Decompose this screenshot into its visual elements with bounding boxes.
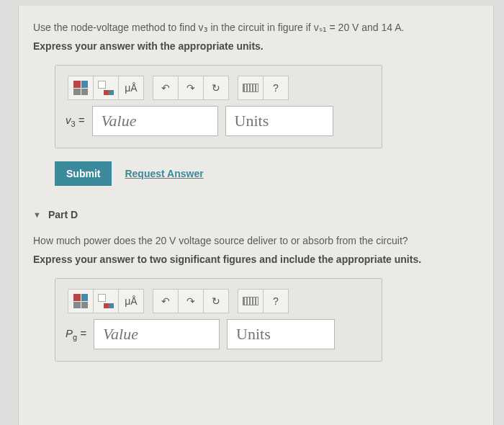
template-icon	[73, 81, 88, 95]
partD-question: How much power does the 20 V voltage sou…	[33, 233, 479, 249]
help-button[interactable]: ?	[263, 76, 289, 100]
partD-toolbar: μÅ ↶ ↷ ↻ ?	[68, 289, 372, 313]
keyboard-icon	[243, 297, 258, 305]
template-picker-button[interactable]	[68, 289, 94, 313]
keyboard-button[interactable]	[238, 76, 264, 100]
partC-var-label: v3 =	[66, 114, 85, 128]
reset-button[interactable]: ↻	[203, 289, 229, 313]
partC-submit-row: Submit Request Answer	[55, 161, 479, 186]
redo-button[interactable]: ↷	[178, 289, 204, 313]
units-button[interactable]: μÅ	[118, 76, 144, 100]
value-input[interactable]	[94, 319, 220, 349]
units-input[interactable]	[227, 319, 335, 349]
value-input[interactable]	[92, 106, 218, 136]
partD-header[interactable]: ▼ Part D	[33, 209, 479, 220]
subscript-button[interactable]	[93, 76, 119, 100]
partC-input-row: v3 =	[66, 106, 372, 136]
units-input[interactable]	[225, 106, 333, 136]
partC-toolbar: μÅ ↶ ↷ ↻ ?	[68, 76, 372, 100]
undo-button[interactable]: ↶	[153, 76, 179, 100]
subscript-icon	[98, 294, 114, 308]
keyboard-button[interactable]	[238, 289, 264, 313]
subscript-icon	[98, 81, 114, 95]
page-container: Use the node-voltage method to find v₃ i…	[18, 6, 494, 425]
request-answer-link[interactable]: Request Answer	[125, 168, 203, 179]
partD-answer-box: μÅ ↶ ↷ ↻ ? Pg =	[55, 278, 382, 362]
partD-input-row: Pg =	[66, 319, 372, 349]
subscript-button[interactable]	[93, 289, 119, 313]
partD-title: Part D	[48, 209, 78, 220]
redo-button[interactable]: ↷	[178, 76, 204, 100]
help-button[interactable]: ?	[263, 289, 289, 313]
units-button[interactable]: μÅ	[118, 289, 144, 313]
reset-button[interactable]: ↻	[203, 76, 229, 100]
submit-button[interactable]: Submit	[55, 161, 112, 186]
partD-instruction: Express your answer to two significant f…	[33, 252, 479, 267]
partC-question: Use the node-voltage method to find v₃ i…	[33, 20, 479, 35]
template-picker-button[interactable]	[68, 76, 94, 100]
partC-instruction: Express your answer with the appropriate…	[33, 39, 479, 54]
partC-answer-box: μÅ ↶ ↷ ↻ ? v3 =	[55, 65, 382, 148]
caret-down-icon: ▼	[33, 210, 41, 219]
partD-var-label: Pg =	[66, 327, 86, 341]
keyboard-icon	[243, 84, 258, 92]
undo-button[interactable]: ↶	[153, 289, 179, 313]
template-icon	[73, 294, 88, 308]
